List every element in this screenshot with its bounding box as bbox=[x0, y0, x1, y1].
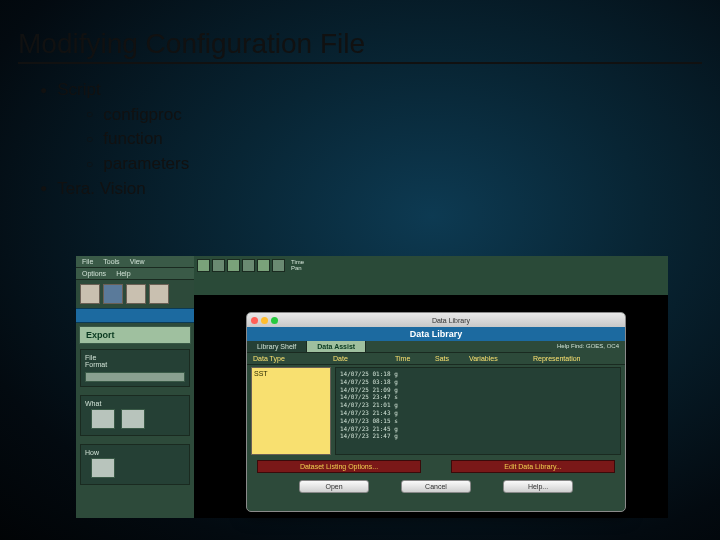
list-item[interactable]: SST bbox=[254, 370, 328, 377]
col-date: Date bbox=[333, 355, 395, 362]
col-sats: Sats bbox=[435, 355, 469, 362]
cancel-button[interactable]: Cancel bbox=[401, 480, 471, 493]
dataset-listing-options-button[interactable]: Dataset Listing Options... bbox=[257, 460, 421, 473]
col-vars: Variables bbox=[469, 355, 533, 362]
thumbnail-icon[interactable] bbox=[91, 458, 115, 478]
panel-label: What bbox=[85, 400, 185, 407]
help-find-hint: Help Find: GOES, OC4 bbox=[551, 341, 625, 353]
open-button[interactable]: Open bbox=[299, 480, 369, 493]
bullet-text: Tera. Vision bbox=[57, 179, 146, 198]
menu-help[interactable]: Help bbox=[116, 270, 130, 277]
menu-options[interactable]: Options bbox=[82, 270, 106, 277]
bullet-list: Script configproc function parameters Te… bbox=[0, 64, 720, 201]
tool-icon[interactable] bbox=[227, 259, 240, 272]
list-item[interactable]: 14/07/23 21:01 g bbox=[340, 401, 616, 409]
tool-icon[interactable] bbox=[242, 259, 255, 272]
bullet-script: Script bbox=[40, 78, 720, 103]
toolbar bbox=[76, 280, 194, 308]
list-item[interactable]: 14/07/23 21:47 g bbox=[340, 432, 616, 440]
edit-data-library-button[interactable]: Edit Data Library... bbox=[451, 460, 615, 473]
tool-icon[interactable] bbox=[212, 259, 225, 272]
panel-label: File bbox=[85, 354, 185, 361]
tool-icon[interactable] bbox=[103, 284, 123, 304]
label-text: Pan bbox=[291, 265, 304, 271]
col-rep: Representation bbox=[533, 355, 619, 362]
format-dropdown[interactable] bbox=[85, 372, 185, 382]
list-item[interactable]: 14/07/25 01:18 g bbox=[340, 370, 616, 378]
thumbnail-icon[interactable] bbox=[121, 409, 145, 429]
thumbnail-icon[interactable] bbox=[91, 409, 115, 429]
embedded-screenshot: File Tools View Options Help Export File… bbox=[76, 256, 668, 518]
tab-data-assist[interactable]: Data Assist bbox=[307, 341, 366, 353]
column-headers: Data Type Date Time Sats Variables Repre… bbox=[247, 353, 625, 365]
tab-library-shelf[interactable]: Library Shelf bbox=[247, 341, 307, 353]
bullet-text: Script bbox=[57, 80, 100, 99]
help-button[interactable]: Help... bbox=[503, 480, 573, 493]
options-row: Dataset Listing Options... Edit Data Lib… bbox=[247, 457, 625, 476]
list-item[interactable]: 14/07/23 21:43 g bbox=[340, 409, 616, 417]
menu-tools[interactable]: Tools bbox=[103, 258, 119, 265]
menu-file[interactable]: File bbox=[82, 258, 93, 265]
slide-title: Modifying Configuration File bbox=[18, 28, 702, 64]
col-type: Data Type bbox=[253, 355, 333, 362]
tool-icon[interactable] bbox=[126, 284, 146, 304]
data-library-dialog: Data Library Data Library Library Shelf … bbox=[246, 312, 626, 512]
window-titlebar: Data Library bbox=[247, 313, 625, 327]
tool-icon[interactable] bbox=[149, 284, 169, 304]
data-type-list[interactable]: SST bbox=[251, 367, 331, 455]
bullet-text: configproc bbox=[103, 105, 181, 124]
menubar-2: Options Help bbox=[76, 268, 194, 280]
bullet-text: parameters bbox=[103, 154, 189, 173]
bullet-parameters: parameters bbox=[40, 152, 720, 177]
export-button[interactable]: Export bbox=[79, 326, 191, 344]
what-panel: What bbox=[80, 395, 190, 436]
how-panel: How bbox=[80, 444, 190, 485]
dialog-buttons: Open Cancel Help... bbox=[247, 476, 625, 497]
bullet-teravision: Tera. Vision bbox=[40, 177, 720, 202]
app-canvas: Time Pan Data Library Data Library Libra… bbox=[194, 256, 668, 518]
data-list: SST 14/07/25 01:18 g 14/07/25 03:18 g 14… bbox=[247, 365, 625, 457]
menu-view[interactable]: View bbox=[130, 258, 145, 265]
panel-sublabel: Format bbox=[85, 361, 185, 368]
data-rows-list[interactable]: 14/07/25 01:18 g 14/07/25 03:18 g 14/07/… bbox=[335, 367, 621, 455]
panel-label: How bbox=[85, 449, 185, 456]
app-sidebar: File Tools View Options Help Export File… bbox=[76, 256, 194, 518]
minimize-icon[interactable] bbox=[261, 317, 268, 324]
tool-icon[interactable] bbox=[272, 259, 285, 272]
dialog-header: Data Library bbox=[247, 327, 625, 341]
window-title: Data Library bbox=[281, 317, 621, 324]
bullet-text: function bbox=[103, 129, 163, 148]
list-item[interactable]: 14/07/25 23:47 s bbox=[340, 393, 616, 401]
ruler-label: Time Pan bbox=[291, 259, 304, 271]
bullet-configproc: configproc bbox=[40, 103, 720, 128]
tool-icon[interactable] bbox=[80, 284, 100, 304]
list-item[interactable]: 14/07/25 03:18 g bbox=[340, 378, 616, 386]
tool-icon[interactable] bbox=[197, 259, 210, 272]
menubar: File Tools View bbox=[76, 256, 194, 268]
col-time: Time bbox=[395, 355, 435, 362]
zoom-icon[interactable] bbox=[271, 317, 278, 324]
section-header bbox=[76, 308, 194, 323]
list-item[interactable]: 14/07/25 21:09 g bbox=[340, 386, 616, 394]
tool-icon[interactable] bbox=[257, 259, 270, 272]
tab-row: Library Shelf Data Assist Help Find: GOE… bbox=[247, 341, 625, 353]
top-toolbar: Time Pan bbox=[194, 256, 668, 296]
bullet-function: function bbox=[40, 127, 720, 152]
file-panel: File Format bbox=[80, 349, 190, 387]
list-item[interactable]: 14/07/23 21:45 g bbox=[340, 425, 616, 433]
close-icon[interactable] bbox=[251, 317, 258, 324]
list-item[interactable]: 14/07/23 08:15 s bbox=[340, 417, 616, 425]
